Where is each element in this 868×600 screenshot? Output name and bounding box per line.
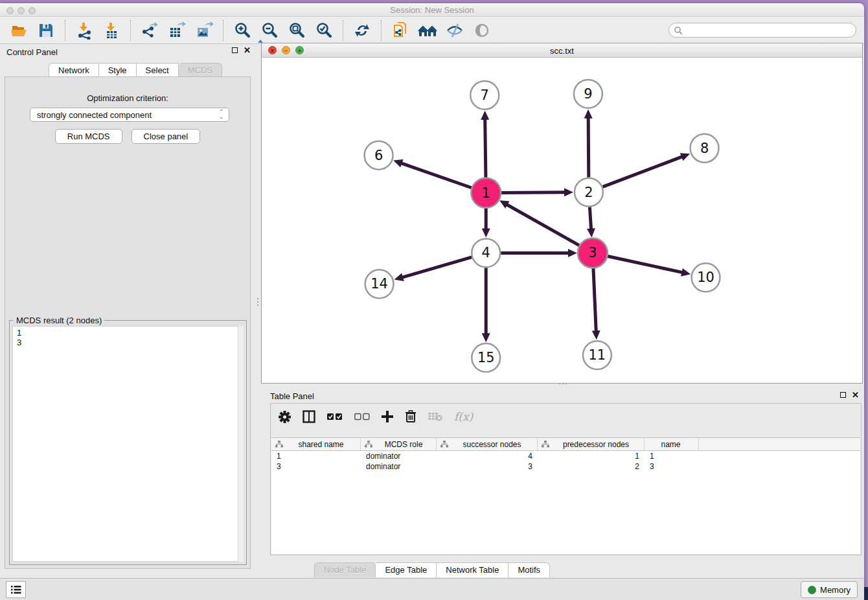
table-cell[interactable]: 1 [538,452,645,461]
toolbar-separator [223,20,223,41]
import-table-icon[interactable] [102,21,121,40]
mcds-result-group: MCDS result (2 nodes) 1 3 [9,320,247,565]
vertical-splitter-handle[interactable] [256,298,260,312]
graph-edge-2-9[interactable] [588,117,589,178]
network-view-frame: × − + scc.txt 7968124314101511 [261,43,863,384]
mcds-result-scrollbar[interactable] [238,326,244,562]
table-cell[interactable]: 1 [271,452,361,461]
graph-edge-arrow [393,159,403,167]
clone-network-icon[interactable] [391,21,410,40]
task-history-button[interactable] [6,581,26,598]
graph-edge-3-11[interactable] [593,268,596,332]
export-table-icon[interactable] [167,21,187,40]
add-column-icon[interactable] [382,411,393,422]
optimization-criterion-value: strongly connected component [37,110,152,120]
close-panel-icon[interactable]: ✕ [244,47,251,53]
graph-edge-arrow [564,188,573,196]
first-neighbors-icon[interactable] [418,21,437,40]
column-header-shared-name[interactable]: shared name [271,438,361,450]
graph-node-label: 11 [589,347,606,363]
hide-style-icon[interactable] [445,21,464,40]
table-cell[interactable]: 2 [538,462,645,471]
graph-edge-1-7[interactable] [485,118,486,178]
optimization-criterion-select[interactable]: strongly connected component ⌃⌄ [30,108,229,122]
graph-node-label: 1 [482,185,490,201]
graph-node-label: 15 [477,350,495,365]
mcds-result-text[interactable]: 1 3 [12,326,244,562]
refresh-icon[interactable] [352,21,372,40]
column-header-MCDS-role[interactable]: MCDS role [361,438,437,450]
deselect-all-icon[interactable] [354,413,370,421]
graph-edge-3-1[interactable] [506,204,580,246]
hierarchy-icon [275,441,283,448]
delete-icon[interactable] [405,410,417,423]
graph-node-label: 6 [374,148,383,163]
save-session-icon[interactable] [36,21,56,40]
zoom-fit-icon[interactable] [287,21,306,40]
zoom-out-icon[interactable] [260,21,279,40]
tab-network[interactable]: Network [49,63,99,78]
graph-edge-1-6[interactable] [400,163,472,188]
graph-node-label: 3 [588,245,597,260]
network-canvas[interactable]: 7968124314101511 [262,58,862,383]
tab-network-table[interactable]: Network Table [437,562,508,577]
import-network-icon[interactable] [74,21,94,40]
table-toolbar: f(x) [271,404,861,430]
show-graphics-icon[interactable] [472,21,492,40]
export-image-icon[interactable] [194,21,214,40]
column-icon[interactable] [303,410,315,423]
network-graph: 7968124314101511 [262,58,862,383]
export-network-icon[interactable] [140,21,159,40]
tab-mcds[interactable]: MCDS [179,63,222,78]
graph-edge-3-10[interactable] [607,256,683,273]
open-file-icon[interactable] [9,21,29,40]
window-title: Session: New Session [0,5,864,15]
main-toolbar [0,17,864,44]
graph-edge-arrow [394,273,404,281]
float-panel-icon[interactable] [840,392,846,398]
table-cell[interactable]: dominator [361,452,437,461]
tab-select[interactable]: Select [137,63,179,78]
tab-node-table[interactable]: Node Table [314,562,376,577]
toolbar-separator [65,20,65,41]
network-frame-titlebar: × − + scc.txt [262,43,862,58]
graph-edge-2-8[interactable] [602,156,683,187]
table-cell[interactable]: 3 [645,462,699,471]
tab-motifs[interactable]: Motifs [508,562,550,577]
control-panel-title: Control Panel [6,47,58,57]
select-all-icon[interactable] [327,413,343,421]
graph-edge-4-14[interactable] [401,257,472,278]
gear-icon[interactable] [279,411,291,423]
close-panel-icon[interactable]: ✕ [852,392,859,398]
table-cell[interactable]: 1 [645,452,699,461]
graph-node-label: 7 [481,87,489,103]
tab-edge-table[interactable]: Edge Table [376,562,437,577]
table-cell[interactable]: 3 [437,462,538,471]
search-field[interactable] [668,23,856,38]
table-row[interactable]: 3dominator323 [271,461,860,472]
column-header-predecessor-nodes[interactable]: predecessor nodes [538,438,645,450]
column-header-name[interactable]: name [645,438,699,450]
table-cell[interactable]: dominator [361,462,437,471]
function-builder-icon: f(x) [454,410,473,423]
tab-style[interactable]: Style [99,63,137,78]
graph-edge-2-3[interactable] [589,207,591,230]
graph-edge-1-2[interactable] [501,192,566,193]
hierarchy-icon [365,441,372,448]
memory-button[interactable]: Memory [801,581,858,598]
graph-edge-arrow [568,249,577,257]
run-mcds-button[interactable]: Run MCDS [55,129,122,144]
table-cell[interactable]: 4 [437,452,538,461]
zoom-selected-icon[interactable] [314,21,334,40]
graph-edge-arrow [482,228,490,237]
table-cell[interactable]: 3 [271,462,361,471]
zoom-in-icon[interactable] [233,21,252,40]
column-header-successor-nodes[interactable]: successor nodes [437,438,538,450]
float-panel-icon[interactable] [232,47,238,53]
table-row[interactable]: 1dominator411 [271,451,860,461]
graph-edge-arrow [482,333,490,342]
search-input[interactable] [683,26,856,35]
optimization-criterion-label: Optimization criterion: [5,93,250,103]
graph-edge-arrow [680,153,690,161]
close-panel-button[interactable]: Close panel [131,129,201,144]
